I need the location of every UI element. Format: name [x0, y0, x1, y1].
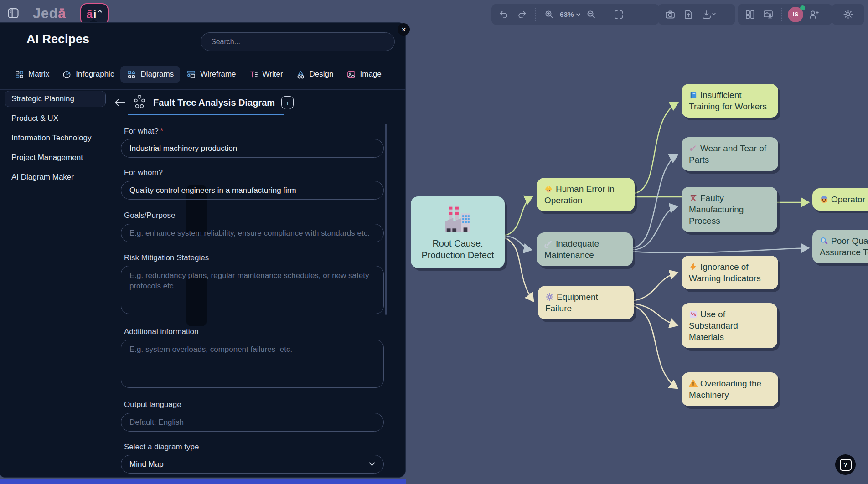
tab-matrix[interactable]: Matrix	[8, 66, 56, 83]
fault-tree-icon	[132, 94, 147, 111]
recipe-tabs: Matrix Infographic Diagrams Wireframe Wr…	[8, 64, 388, 84]
app-window: Root Cause: Production Defect Human Erro…	[0, 0, 868, 484]
diagrams-icon	[127, 70, 136, 79]
canvas-toolbar-history-zoom: 63%	[491, 4, 659, 25]
goals-label: Goals/Purpose	[124, 211, 175, 220]
search-input[interactable]	[201, 32, 395, 51]
additional-info-textarea[interactable]	[121, 340, 384, 388]
toolbar-divider	[781, 8, 782, 21]
gear-icon	[545, 293, 554, 301]
node-wear-and-tear[interactable]: Wear and Tear of Parts	[682, 137, 778, 171]
panel-bottom-accent	[0, 479, 406, 484]
settings-gear-button[interactable]	[840, 6, 856, 23]
tab-infographic[interactable]: Infographic	[56, 66, 120, 83]
undo-button[interactable]	[496, 6, 512, 23]
download-button[interactable]	[699, 6, 718, 23]
tab-label: Matrix	[28, 70, 49, 79]
node-label: Ignorance of Warning Indicators	[689, 262, 761, 283]
node-inadequate-maintenance[interactable]: Inadequate Maintenance	[537, 232, 633, 266]
image-icon	[346, 70, 356, 79]
sidebar-toggle-button[interactable]	[5, 4, 22, 22]
goals-input[interactable]	[121, 224, 384, 242]
sidebar-divider	[107, 90, 107, 478]
recipe-title-underline	[128, 114, 284, 115]
help-button[interactable]: ?	[835, 454, 856, 475]
sidebar-item-label: Information Technology	[11, 134, 91, 143]
sidebar-item-label: Product & UX	[11, 114, 58, 123]
node-faulty-process[interactable]: Faulty Manufacturing Process	[682, 187, 777, 232]
high-voltage-icon	[689, 263, 698, 271]
diagram-type-select[interactable]: Mind Map	[121, 455, 384, 474]
wireframe-icon	[186, 70, 196, 79]
back-arrow-icon[interactable]	[114, 98, 126, 107]
zoom-in-button[interactable]	[542, 6, 557, 23]
sidebar-item-product-ux[interactable]: Product & UX	[5, 110, 106, 127]
node-poor-quality-assurance[interactable]: Poor Quality Assurance Testing	[812, 230, 868, 263]
canvas-toolbar-collab: IS	[738, 4, 832, 25]
node-equipment-failure[interactable]: Equipment Failure	[538, 286, 634, 319]
layout-panels-button[interactable]	[742, 6, 758, 23]
zoom-out-button[interactable]	[584, 6, 599, 23]
node-label: Human Error in Operation	[544, 184, 615, 205]
output-language-input[interactable]	[121, 413, 384, 432]
tab-wireframe[interactable]: Wireframe	[180, 66, 242, 83]
sidebar-item-project-management[interactable]: Project Management	[5, 149, 106, 166]
node-operator[interactable]: Operator	[812, 188, 868, 211]
screenshot-button[interactable]	[662, 6, 678, 23]
recipe-title: Fault Tree Analysis Diagram	[153, 98, 275, 108]
tab-image[interactable]: Image	[340, 66, 388, 83]
writer-icon	[249, 70, 258, 79]
avatar-initials: IS	[793, 11, 798, 18]
matrix-icon	[15, 70, 24, 79]
invite-user-button[interactable]	[806, 6, 822, 23]
canvas-toolbar-capture	[658, 4, 735, 25]
sidebar-item-strategic-planning[interactable]: Strategic Planning	[5, 91, 106, 107]
tab-diagrams[interactable]: Diagrams	[120, 66, 180, 83]
sidebar-item-ai-diagram-maker[interactable]: AI Diagram Maker	[5, 169, 106, 185]
tab-label: Diagrams	[140, 70, 174, 79]
node-root-cause[interactable]: Root Cause: Production Defect	[411, 196, 505, 268]
node-overloading[interactable]: Overloading the Machinery	[682, 372, 778, 406]
node-insufficient-training[interactable]: Insufficient Training for Workers	[682, 84, 778, 118]
panel-close-button[interactable]: ✕	[398, 23, 410, 36]
for-whom-input[interactable]	[121, 181, 384, 200]
settings-group	[832, 4, 864, 25]
fit-to-screen-button[interactable]	[611, 6, 626, 23]
node-human-error[interactable]: Human Error in Operation	[537, 178, 635, 211]
infographic-icon	[62, 70, 72, 79]
tab-label: Design	[310, 70, 334, 79]
for-whom-label: For whom?	[124, 168, 163, 177]
design-icon	[296, 70, 305, 79]
risk-mitigation-label: Risk Mitigation Stategies	[124, 253, 209, 263]
hammer-and-pick-icon	[689, 194, 698, 202]
category-sidebar: Strategic Planning Product & UX Informat…	[5, 91, 106, 189]
construction-worker-icon	[544, 185, 553, 193]
tab-writer[interactable]: Writer	[243, 66, 289, 83]
blue-book-icon	[689, 91, 698, 99]
form-scrollbar[interactable]	[385, 124, 387, 315]
warning-icon	[689, 379, 698, 388]
tab-label: Image	[360, 70, 382, 79]
node-substandard-materials[interactable]: Use of Substandard Materials	[682, 303, 777, 348]
node-label: Operator	[831, 195, 865, 204]
node-ignorance-warning[interactable]: Ignorance of Warning Indicators	[682, 256, 778, 289]
info-icon[interactable]: i	[281, 96, 294, 109]
additional-info-label: Additional information	[124, 327, 198, 336]
factory-icon	[441, 204, 475, 233]
jeda-logo[interactable]: Jedā	[33, 5, 66, 22]
for-what-label: For what?*	[124, 127, 163, 136]
diagram-type-label: Select a diagram type	[124, 443, 199, 452]
node-label: Overloading the Machinery	[689, 379, 761, 400]
sidebar-item-label: Strategic Planning	[11, 94, 74, 103]
zoom-level-dropdown[interactable]: 63%	[560, 10, 581, 18]
for-what-input[interactable]	[121, 139, 384, 158]
sidebar-item-information-technology[interactable]: Information Technology	[5, 130, 106, 146]
risk-mitigation-textarea[interactable]	[121, 266, 384, 314]
fearful-face-icon	[820, 195, 828, 204]
present-button[interactable]	[760, 6, 776, 23]
redo-button[interactable]	[514, 6, 530, 23]
sidebar-item-label: AI Diagram Maker	[11, 173, 74, 182]
user-avatar[interactable]: IS	[788, 7, 803, 22]
tab-design[interactable]: Design	[289, 66, 340, 83]
upload-button[interactable]	[681, 6, 696, 23]
